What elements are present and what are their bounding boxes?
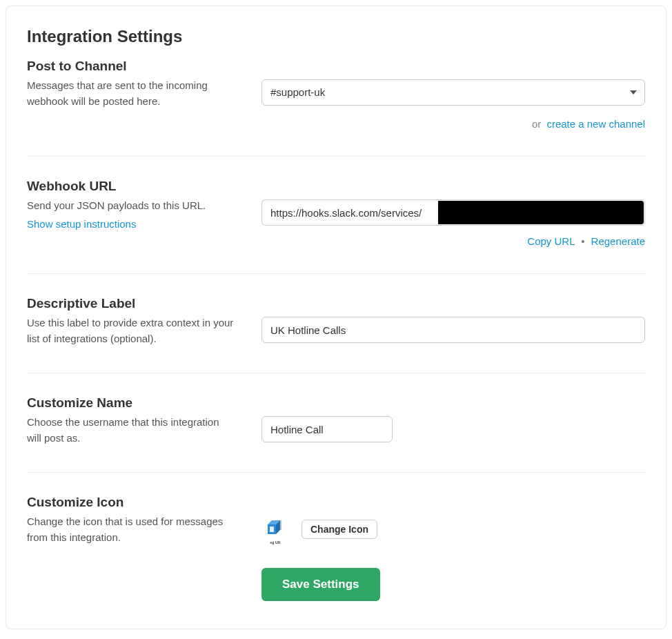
separator-dot: • [581, 235, 584, 247]
post-to-channel-section: Post to Channel Messages that are sent t… [27, 59, 645, 157]
post-to-channel-heading: Post to Channel [27, 59, 645, 74]
customize-name-heading: Customize Name [27, 395, 645, 411]
create-channel-helper: or create a new channel [261, 118, 645, 130]
svg-rect-1 [270, 527, 274, 532]
icon-caption: sg UK [270, 540, 280, 544]
customize-icon-section: Customize Icon Change the icon that is u… [27, 495, 645, 601]
webhook-url-heading: Webhook URL [27, 179, 645, 194]
integration-settings-card: Integration Settings Post to Channel Mes… [6, 6, 666, 629]
customize-icon-heading: Customize Icon [27, 495, 645, 510]
post-to-channel-description: Messages that are sent to the incoming w… [27, 78, 234, 109]
customize-name-input[interactable] [261, 416, 393, 442]
descriptive-label-input[interactable] [261, 317, 645, 343]
descriptive-label-description: Use this label to provide extra context … [27, 315, 234, 346]
show-setup-instructions-link[interactable]: Show setup instructions [27, 217, 136, 233]
customize-name-section: Customize Name Choose the username that … [27, 395, 645, 473]
descriptive-label-section: Descriptive Label Use this label to prov… [27, 296, 645, 373]
descriptive-label-heading: Descriptive Label [27, 296, 645, 311]
regenerate-link[interactable]: Regenerate [591, 235, 645, 247]
webhook-url-redaction [438, 201, 644, 224]
channel-select-value: #support-uk [261, 79, 645, 106]
create-channel-link[interactable]: create a new channel [546, 118, 645, 130]
customize-name-description: Choose the username that this integratio… [27, 415, 234, 446]
or-text: or [532, 118, 541, 130]
channel-select[interactable]: #support-uk [261, 79, 645, 106]
change-icon-button[interactable]: Change Icon [302, 520, 377, 539]
webhook-url-field-wrap [261, 199, 645, 226]
webhook-url-description: Send your JSON payloads to this URL. [27, 198, 234, 214]
customize-icon-description: Change the icon that is used for message… [27, 514, 234, 545]
webhook-url-section: Webhook URL Send your JSON payloads to t… [27, 179, 645, 274]
copy-url-link[interactable]: Copy URL [527, 235, 575, 247]
integration-icon-preview: sg UK [261, 515, 289, 543]
save-settings-button[interactable]: Save Settings [261, 568, 380, 601]
page-title: Integration Settings [27, 27, 645, 46]
